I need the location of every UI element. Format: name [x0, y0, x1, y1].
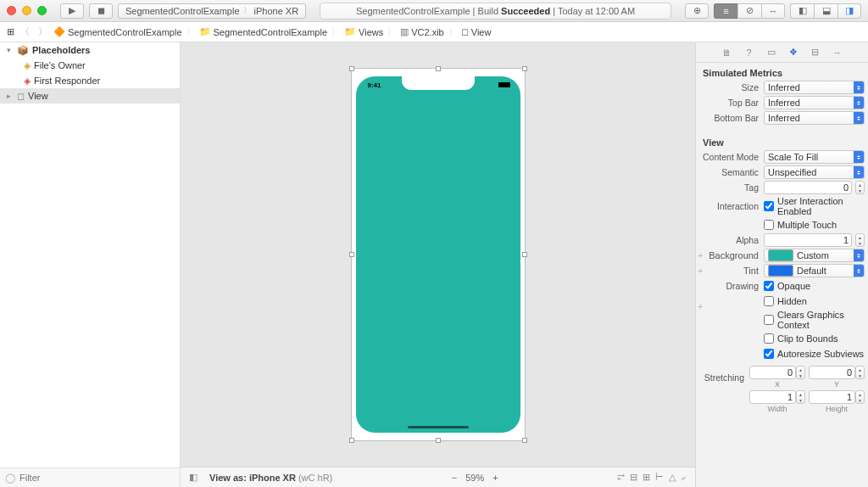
minimize-window-button[interactable] — [22, 6, 31, 15]
jump-seg-0[interactable]: 🔶SegmentedControlExample — [53, 26, 182, 37]
forward-button[interactable]: 〉 — [36, 25, 50, 38]
canvas-footer: ◧ View as: iPhone XR (wC hR) − 59% + ⥂ ⊟… — [181, 467, 695, 487]
embed-in-icon[interactable]: ⌿ — [681, 473, 687, 483]
toggle-navigator-button[interactable]: ◧ — [790, 3, 814, 19]
zoom-level: 59% — [465, 473, 484, 483]
bottombar-popup[interactable]: Inferred — [764, 111, 865, 125]
semantic-popup[interactable]: Unspecified — [764, 165, 865, 179]
size-inspector-tab[interactable]: ⊟ — [810, 47, 821, 59]
run-button[interactable]: ▶ — [60, 3, 84, 19]
notch — [402, 76, 475, 90]
xib-file-icon: ▥ — [400, 26, 409, 37]
file-inspector-tab[interactable]: 🗎 — [721, 47, 733, 59]
outline-files-owner[interactable]: ◈ File's Owner — [0, 58, 180, 73]
scheme-target: SegmentedControlExample — [125, 6, 240, 16]
clip-checkbox[interactable]: Clip to Bounds — [764, 333, 838, 344]
main-split: ▾ 📦 Placeholders ◈ File's Owner ◈ First … — [0, 42, 868, 487]
size-popup[interactable]: Inferred — [764, 81, 865, 94]
tag-stepper[interactable]: ▲▼ — [855, 181, 865, 194]
library-button[interactable]: ⊕ — [685, 3, 709, 19]
version-editor-button[interactable]: ↔ — [761, 3, 785, 19]
align-icon[interactable]: ⊞ — [643, 472, 650, 483]
help-inspector-tab[interactable]: ? — [743, 47, 755, 59]
outline-view[interactable]: ▸ ◻ View — [0, 88, 180, 104]
jump-seg-2[interactable]: 📁Views — [344, 26, 383, 37]
toggle-inspector-button[interactable]: ◨ — [837, 3, 861, 19]
zoom-controls: − 59% + — [452, 473, 498, 483]
disclosure-triangle-icon[interactable]: ▸ — [7, 92, 14, 100]
jump-bar: ⊞ 〈 〉 🔶SegmentedControlExample 〉 📁Segmen… — [0, 22, 868, 42]
chevron-right-icon: 〉 — [448, 26, 457, 38]
jump-seg-1[interactable]: 📁SegmentedControlExample — [199, 26, 328, 37]
outline-tree[interactable]: ▾ 📦 Placeholders ◈ File's Owner ◈ First … — [0, 42, 180, 467]
stop-button[interactable]: ◼ — [89, 3, 113, 19]
chevron-right-icon: 〉 — [387, 26, 396, 38]
toggle-outline-icon[interactable]: ◧ — [189, 472, 198, 483]
disclosure-triangle-icon[interactable]: ▾ — [7, 46, 14, 54]
inspector-content[interactable]: Simulated Metrics SizeInferred Top BarIn… — [696, 63, 868, 487]
related-items-icon[interactable]: ⊞ — [7, 26, 14, 37]
stretch-y-field[interactable]: 0 — [809, 366, 855, 379]
embed-icon[interactable]: ⊟ — [630, 472, 637, 483]
zoom-out-button[interactable]: − — [452, 473, 457, 483]
toggle-debug-button[interactable]: ⬓ — [814, 3, 837, 19]
window-controls — [7, 6, 47, 15]
clears-checkbox[interactable]: Clears Graphics Context — [764, 310, 865, 330]
selected-view-bounds[interactable]: 9:41 — [351, 68, 526, 441]
zoom-window-button[interactable] — [37, 6, 47, 15]
close-window-button[interactable] — [7, 6, 16, 15]
home-indicator — [408, 426, 469, 428]
outline-filter-input[interactable] — [19, 473, 175, 483]
user-interaction-checkbox[interactable]: User Interaction Enabled — [764, 196, 865, 216]
inspector-panel: 🗎 ? ▭ ❖ ⊟ → Simulated Metrics SizeInferr… — [695, 42, 868, 487]
alpha-field[interactable]: 1 — [764, 233, 852, 247]
chevron-right-icon: 〉 — [331, 26, 340, 38]
back-button[interactable]: 〈 — [18, 25, 32, 38]
view-icon: ◻ — [461, 26, 469, 37]
stretch-h-field[interactable]: 1 — [809, 390, 855, 404]
folder-icon: 📁 — [344, 26, 356, 37]
identity-inspector-tab[interactable]: ▭ — [765, 47, 777, 59]
section-view: View — [696, 132, 868, 149]
autoresize-checkbox[interactable]: Autoresize Subviews — [764, 349, 864, 359]
swift-file-icon: 🔶 — [53, 26, 65, 37]
panel-toggle-group: ◧ ⬓ ◨ — [790, 3, 861, 19]
outline-first-responder[interactable]: ◈ First Responder — [0, 73, 180, 88]
outline-filter-bar: ◯ — [0, 467, 180, 487]
jump-seg-4[interactable]: ◻View — [461, 26, 492, 37]
topbar-popup[interactable]: Inferred — [764, 96, 865, 109]
chevron-right-icon: 〉 — [186, 26, 195, 38]
outline-group-placeholders[interactable]: ▾ 📦 Placeholders — [0, 42, 180, 58]
connections-inspector-tab[interactable]: → — [832, 47, 843, 59]
multiple-touch-checkbox[interactable]: Multiple Touch — [764, 220, 837, 230]
stretch-x-field[interactable]: 0 — [749, 366, 796, 379]
scheme-device: iPhone XR — [254, 6, 299, 16]
contentmode-popup[interactable]: Scale To Fill — [764, 150, 865, 164]
ib-canvas-column: 9:41 ◧ View as: iPhone XR (wC hR) − 59% … — [181, 42, 695, 487]
pin-icon[interactable]: ⊢ — [655, 472, 664, 483]
assistant-editor-button[interactable]: ⊘ — [737, 3, 761, 19]
chevron-right-icon: 〉 — [243, 5, 251, 16]
view-as-label[interactable]: View as: iPhone XR — [209, 473, 296, 483]
tag-field[interactable]: 0 — [764, 181, 852, 194]
tint-popup[interactable]: Default — [764, 264, 865, 277]
zoom-in-button[interactable]: + — [492, 473, 498, 483]
resolve-icon[interactable]: △ — [669, 472, 676, 483]
editor-mode-group: ≡ ⊘ ↔ — [714, 3, 785, 19]
ib-canvas[interactable]: 9:41 — [181, 42, 695, 467]
jump-seg-3[interactable]: ▥VC2.xib — [400, 26, 444, 37]
hidden-checkbox[interactable]: Hidden — [764, 296, 807, 306]
stretch-w-field[interactable]: 1 — [749, 390, 796, 404]
alpha-stepper[interactable]: ▲▼ — [855, 233, 865, 247]
document-outline: ▾ 📦 Placeholders ◈ File's Owner ◈ First … — [0, 42, 181, 487]
opaque-checkbox[interactable]: Opaque — [764, 281, 810, 291]
canvas-tools: ⥂ ⊟ ⊞ ⊢ △ ⌿ — [617, 472, 687, 483]
attributes-inspector-tab[interactable]: ❖ — [787, 47, 799, 59]
section-simulated-metrics: Simulated Metrics — [696, 63, 868, 80]
update-frames-icon[interactable]: ⥂ — [617, 472, 625, 483]
standard-editor-button[interactable]: ≡ — [714, 3, 737, 19]
battery-icon — [498, 82, 510, 87]
background-popup[interactable]: Custom — [764, 249, 865, 262]
scheme-selector[interactable]: SegmentedControlExample 〉 iPhone XR — [118, 3, 306, 19]
cube-icon: ◈ — [24, 60, 31, 71]
